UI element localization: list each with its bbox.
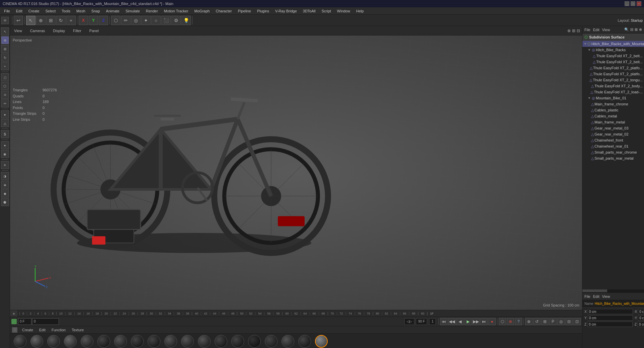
mat-tab-create[interactable]: Create: [19, 327, 36, 333]
coord-y-size[interactable]: [638, 315, 644, 321]
step-forward-btn[interactable]: ▶▶: [472, 318, 480, 325]
pointer-tool-btn[interactable]: ↖: [26, 16, 35, 25]
mat-tab-function[interactable]: Function: [49, 327, 68, 333]
vp-maximize-icon[interactable]: ⊕: [567, 28, 571, 33]
menu-character[interactable]: Character: [213, 8, 234, 14]
window-controls[interactable]: _ □ ×: [625, 1, 641, 6]
mat-frame-c[interactable]: Frame_c: [29, 335, 44, 348]
obj-gear-r3[interactable]: △ Gear_rear_metal_03: [582, 125, 644, 131]
left-tool-snap[interactable]: S: [1, 130, 9, 138]
obj-filter-icon[interactable]: ⊞: [635, 27, 638, 32]
left-tool-light[interactable]: ☀: [1, 161, 9, 169]
left-tool-brush[interactable]: ●: [1, 110, 9, 118]
obj-small-metal[interactable]: △ Small_parts_rear_metal: [582, 155, 644, 161]
left-tool-mat2[interactable]: ◉: [1, 150, 9, 158]
vp-grid-icon[interactable]: ⊞: [572, 28, 575, 33]
menu-vray[interactable]: V-Ray Bridge: [272, 8, 300, 14]
left-tool-pointer[interactable]: ↖: [1, 27, 9, 35]
mat-plastic-d[interactable]: Plastic_d: [180, 335, 195, 348]
obj-view-menu[interactable]: View: [602, 28, 610, 32]
menu-simulate[interactable]: Simulate: [123, 8, 143, 14]
pb-anim-btn[interactable]: ⊞: [541, 318, 549, 325]
attr-file-menu[interactable]: File: [584, 294, 590, 298]
mat-frame-m[interactable]: Frame_m: [46, 335, 61, 348]
mat-plastic-c[interactable]: Plastic_c: [163, 335, 178, 348]
skip-start-btn[interactable]: ⏮: [440, 318, 448, 325]
attr-view-menu[interactable]: View: [602, 294, 610, 298]
x-axis-btn[interactable]: X: [79, 16, 88, 25]
mat-fro2[interactable]: mat_Froi: [113, 335, 128, 348]
star-btn[interactable]: ✦: [141, 16, 151, 25]
left-tool-paint[interactable]: ✏: [1, 99, 9, 107]
light-btn[interactable]: 💡: [181, 16, 191, 25]
mat-small-3[interactable]: Small_pa3: [264, 335, 278, 348]
obj-main-metal[interactable]: △ Main_frame_metal: [582, 119, 644, 125]
vp-panel-menu[interactable]: Panel: [87, 28, 101, 33]
move-tool-btn[interactable]: ⊕: [36, 16, 46, 25]
obj-cables-p[interactable]: △ Cables_plastic: [582, 107, 644, 113]
obj-root[interactable]: ▼ ⬡ Hitch_Bike_Racks_with_Mountain_Bi...: [582, 41, 644, 47]
pb-help-btn[interactable]: ?: [515, 318, 522, 325]
obj-search-icon[interactable]: 🔍: [624, 27, 629, 32]
target-btn[interactable]: ◎: [131, 16, 141, 25]
mat-wheel-m[interactable]: Wheel_m: [314, 335, 329, 348]
menu-select[interactable]: Select: [43, 8, 59, 14]
render-view-btn[interactable]: ⬛: [161, 16, 171, 25]
pb-cam-btn[interactable]: ◎: [557, 318, 565, 325]
obj-thule7[interactable]: △ Thule EasyFold XT_2_load-...: [582, 89, 644, 95]
obj-thule1[interactable]: △ Thule EasyFold XT_2_belt...: [582, 53, 644, 59]
left-tool-mesh[interactable]: ⬡: [1, 82, 9, 90]
menu-mesh[interactable]: Mesh: [74, 8, 88, 14]
coord-z-pos[interactable]: [587, 322, 633, 327]
mat-wheel-c[interactable]: Wheel_c: [280, 335, 295, 348]
left-tool-fx2[interactable]: ◆: [1, 189, 9, 197]
settings-btn[interactable]: ⚙: [171, 16, 181, 25]
obj-chain-rear[interactable]: △ Chainwheel_rear_01: [582, 143, 644, 149]
menu-plugins[interactable]: Plugins: [254, 8, 272, 14]
obj-thule2[interactable]: △ Thule EasyFold XT_2_belt...: [582, 59, 644, 65]
mat-tab-texture[interactable]: Texture: [69, 327, 86, 333]
menu-window[interactable]: Window: [334, 8, 353, 14]
mat-platform[interactable]: platform: [197, 335, 212, 348]
obj-scrollbar[interactable]: [582, 289, 644, 292]
record-btn[interactable]: ●: [488, 318, 496, 325]
obj-thule3[interactable]: △ Thule EasyFold XT_2_platfo...: [582, 65, 644, 71]
coord-z-size[interactable]: [638, 322, 644, 327]
prev-frame-btn[interactable]: ◀◀: [448, 318, 456, 325]
menu-edit[interactable]: Edit: [13, 8, 25, 14]
coord-x-size[interactable]: [638, 309, 644, 314]
mat-tab-edit[interactable]: Edit: [36, 327, 48, 333]
left-tool-new[interactable]: +: [1, 62, 9, 70]
mat-wheel-p[interactable]: Wheel_p: [297, 335, 312, 348]
mat-small-1[interactable]: Small_pa: [230, 335, 245, 348]
y-axis-btn[interactable]: Y: [89, 16, 98, 25]
obj-hitch-racks[interactable]: ▼ ◎ Hitch_Bike_Racks: [582, 47, 644, 53]
obj-thule4[interactable]: △ Thule EasyFold XT_2_platfo...: [582, 71, 644, 77]
left-tool-mat1[interactable]: ●: [1, 141, 9, 149]
obj-mountain-bike[interactable]: ▼ ◎ Mountain_Bike_01: [582, 95, 644, 101]
menu-pipeline[interactable]: Pipeline: [235, 8, 254, 14]
lasso-btn[interactable]: ○: [151, 16, 161, 25]
left-tool-model[interactable]: ◻: [1, 73, 9, 81]
obj-expand-icon[interactable]: ⊕: [639, 27, 642, 32]
menu-motiontracker[interactable]: Motion Tracker: [161, 8, 191, 14]
obj-main-chrome[interactable]: △ Main_frame_chrome: [582, 101, 644, 107]
draw-btn[interactable]: ✏: [121, 16, 131, 25]
vp-cameras-menu[interactable]: Cameras: [28, 28, 47, 33]
step-back-btn[interactable]: ◀: [456, 318, 464, 325]
mat-seat[interactable]: Seat_pai: [214, 335, 228, 348]
mat-fro3[interactable]: mat_Fro2: [130, 335, 145, 348]
vp-view-menu[interactable]: View: [12, 28, 24, 33]
scale-tool-btn[interactable]: ⊞: [46, 16, 56, 25]
left-tool-fx1[interactable]: ◈: [1, 181, 9, 189]
timeline[interactable]: ◈ 0 2 4 6 8 10 12 14 16 18 20 22 24: [10, 310, 582, 317]
pb-solo-btn[interactable]: ⊡: [573, 318, 581, 325]
obj-scrollbar-thumb[interactable]: [582, 289, 607, 292]
obj-thule6[interactable]: △ Thule EasyFold XT_2_body...: [582, 83, 644, 89]
pb-render-btn[interactable]: ⬡: [499, 318, 506, 325]
left-tool-uv[interactable]: ⧈: [1, 91, 9, 99]
menu-animate[interactable]: Animate: [103, 8, 122, 14]
vp-display-menu[interactable]: Display: [51, 28, 67, 33]
coord-x-pos[interactable]: [588, 309, 633, 314]
vp-filter-menu[interactable]: Filter: [71, 28, 83, 33]
